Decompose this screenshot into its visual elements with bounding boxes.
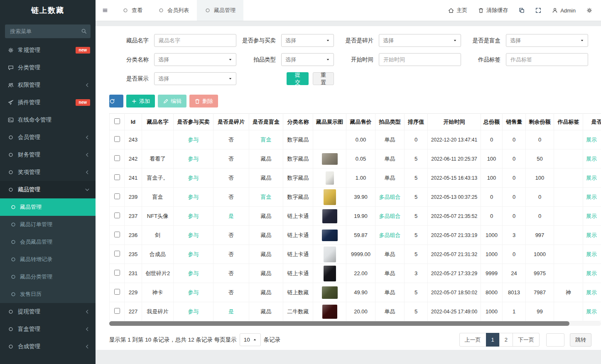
page-number-button[interactable]: 1 (486, 333, 500, 347)
sidebar-item[interactable]: 权限管理 (0, 76, 96, 94)
row-checkbox[interactable] (114, 251, 120, 257)
edit-button[interactable]: 编辑 (158, 95, 186, 107)
row-blindbox[interactable]: 盲盒 (249, 130, 283, 149)
row-participate[interactable]: 参与 (174, 188, 213, 207)
page-jump-button[interactable]: 跳转 (570, 333, 591, 347)
row-checkbox[interactable] (114, 155, 120, 161)
sidebar-subitem[interactable]: 藏品分类管理 (0, 268, 96, 286)
item-image[interactable] (322, 286, 338, 299)
sidebar-subitem[interactable]: 藏品转增记录 (0, 251, 96, 268)
row-participate[interactable]: 参与 (174, 283, 213, 302)
column-header[interactable]: 是否是盲盒 (249, 114, 283, 130)
sidebar-item[interactable]: 分类管理 (0, 59, 96, 76)
item-image[interactable] (324, 266, 336, 281)
row-show[interactable]: 展示 (583, 207, 601, 226)
column-header[interactable]: 藏品名字 (142, 114, 174, 130)
sidebar-item[interactable]: 常规管理new (0, 42, 96, 59)
reset-button[interactable]: 重置 (313, 72, 334, 85)
sidebar-item[interactable]: 合成管理 (0, 338, 96, 355)
row-show[interactable]: 展示 (583, 188, 601, 207)
clear-cache-button[interactable]: 清除缓存 (473, 0, 513, 21)
sidebar-item[interactable]: 在线命令管理 (0, 111, 96, 129)
row-show[interactable]: 展示 (583, 264, 601, 283)
row-participate[interactable]: 参与 (174, 245, 213, 264)
row-auction-type[interactable]: 多品组合 (375, 207, 405, 226)
row-checkbox[interactable] (114, 136, 120, 142)
filter-select[interactable]: 选择 (281, 34, 334, 47)
row-show[interactable]: 展示 (583, 283, 601, 302)
sidebar-item[interactable]: 奖项管理 (0, 164, 96, 181)
scrollbar-thumb[interactable] (109, 321, 569, 326)
row-participate[interactable]: 参与 (174, 130, 213, 149)
menu-toggle-button[interactable] (96, 0, 115, 21)
row-participate[interactable]: 参与 (174, 169, 213, 188)
row-checkbox[interactable] (114, 193, 120, 199)
sidebar-subitem[interactable]: 发售日历 (0, 286, 96, 303)
sidebar-item[interactable]: 提现管理 (0, 303, 96, 320)
column-header[interactable]: 开始时间 (428, 114, 481, 130)
filter-select[interactable]: 选择 (379, 34, 461, 47)
item-image[interactable] (322, 230, 338, 241)
settings-button[interactable] (581, 0, 598, 21)
sidebar-item[interactable]: 会员管理 (0, 129, 96, 146)
row-checkbox[interactable] (114, 289, 120, 295)
row-show[interactable]: 展示 (583, 130, 601, 149)
row-participate[interactable]: 参与 (174, 207, 213, 226)
column-header[interactable]: 是否是碎片 (213, 114, 249, 130)
column-header[interactable]: Id (125, 114, 142, 130)
fullscreen-button[interactable] (530, 0, 547, 21)
page-size-select[interactable]: 10 (240, 333, 261, 346)
row-show[interactable]: 展示 (583, 245, 601, 264)
select-all-checkbox[interactable] (114, 118, 120, 124)
row-show[interactable]: 展示 (583, 149, 601, 169)
refresh-button[interactable] (109, 95, 123, 107)
user-menu[interactable]: Admin (547, 0, 581, 21)
sidebar-subitem[interactable]: 藏品订单管理 (0, 216, 96, 233)
topbar-tab[interactable]: 会员列表 (150, 0, 197, 21)
item-image[interactable] (322, 209, 337, 223)
filter-select[interactable]: 选择 (281, 53, 334, 66)
topbar-tab[interactable]: 查看 (115, 0, 150, 21)
column-header[interactable]: 分类名称 (283, 114, 313, 130)
sidebar-subitem[interactable]: 藏品管理 (0, 198, 96, 216)
column-header[interactable]: 排序值 (405, 114, 428, 130)
column-header[interactable]: 销售量 (503, 114, 526, 130)
column-header[interactable]: 藏品展示图 (313, 114, 346, 130)
row-checkbox[interactable] (114, 308, 120, 314)
column-header[interactable]: 是否展示 (583, 114, 601, 130)
item-image[interactable] (322, 153, 338, 165)
row-fragment[interactable]: 是 (213, 207, 249, 226)
row-participate[interactable]: 参与 (174, 264, 213, 283)
filter-select[interactable]: 选择 (154, 72, 236, 85)
item-image[interactable] (322, 305, 337, 319)
sidebar-item[interactable]: 插件管理new (0, 94, 96, 111)
sidebar-item[interactable]: 财务管理 (0, 146, 96, 164)
item-image[interactable] (326, 171, 334, 185)
row-fragment[interactable]: 是 (213, 302, 249, 321)
add-button[interactable]: 添加 (126, 95, 155, 107)
sidebar-item[interactable]: 盲盒管理 (0, 320, 96, 338)
search-icon[interactable] (81, 28, 87, 34)
row-auction-type[interactable]: 多品组合 (375, 188, 405, 207)
row-blindbox[interactable]: 盲盒 (249, 188, 283, 207)
home-link[interactable]: 主页 (443, 0, 473, 21)
row-show[interactable]: 展示 (583, 226, 601, 245)
submit-button[interactable]: 提交 (287, 72, 309, 85)
row-checkbox[interactable] (114, 232, 120, 237)
next-page-button[interactable]: 下一页 (513, 333, 540, 347)
row-participate[interactable]: 参与 (174, 226, 213, 245)
item-image[interactable] (324, 247, 336, 262)
filter-input[interactable] (506, 53, 588, 66)
column-header[interactable]: 是否参与买卖 (174, 114, 213, 130)
filter-input[interactable] (154, 34, 236, 47)
sidebar-item[interactable]: 藏品管理 (0, 181, 96, 198)
sidebar-subitem[interactable]: 会员藏品管理 (0, 233, 96, 251)
row-checkbox[interactable] (114, 213, 120, 218)
row-checkbox[interactable] (114, 270, 120, 276)
filter-select[interactable]: 选择 (154, 53, 236, 66)
item-image[interactable] (324, 189, 336, 205)
page-number-button[interactable]: 2 (499, 333, 513, 347)
filter-select[interactable]: 选择 (506, 34, 588, 47)
column-header[interactable]: 总份额 (481, 114, 503, 130)
row-auction-type[interactable]: 多品组合 (375, 226, 405, 245)
